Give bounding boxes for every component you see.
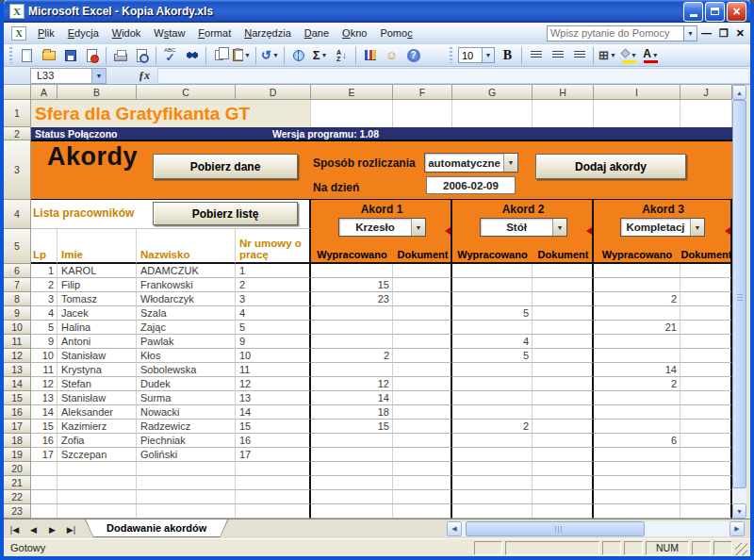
cell-I22[interactable] [594, 490, 680, 504]
cell-D9[interactable]: 4 [236, 306, 311, 321]
cell-F20[interactable] [393, 462, 452, 476]
cell-D7[interactable]: 2 [236, 278, 311, 292]
menu-narzędzia[interactable]: Narzędzia [238, 25, 298, 41]
menu-edycja[interactable]: Edycja [61, 25, 106, 41]
cell-J9[interactable] [680, 306, 732, 321]
maximize-button[interactable] [705, 2, 725, 22]
cell-F17[interactable] [393, 420, 452, 434]
align-left-icon[interactable] [526, 46, 546, 65]
scroll-left-icon[interactable]: ◀ [447, 521, 462, 536]
cell-H17[interactable] [533, 420, 594, 434]
cell-C23[interactable] [137, 504, 236, 519]
row-header-11[interactable]: 11 [4, 335, 31, 349]
row-header-3[interactable]: 3 [4, 140, 31, 200]
cell-J11[interactable] [680, 335, 732, 349]
cell-J23[interactable] [680, 504, 732, 519]
cell-A16[interactable]: 14 [31, 405, 57, 420]
na-dzien-date-field[interactable]: 2006-02-09 [426, 176, 516, 194]
cell-D6[interactable]: 1 [236, 264, 311, 278]
cell-I12[interactable] [594, 349, 680, 363]
cell-B10[interactable]: Halina [57, 321, 137, 335]
cell-F15[interactable] [393, 391, 452, 405]
cell-H7[interactable] [533, 278, 594, 292]
undo-icon[interactable]: ↺▼ [260, 46, 280, 65]
fill-color-icon[interactable]: ▼ [619, 46, 639, 65]
cell-B23[interactable] [57, 504, 137, 519]
cell-B14[interactable]: Stefan [57, 377, 137, 391]
cell-C16[interactable]: Nowacki [137, 405, 236, 420]
first-sheet-button[interactable]: |◀ [7, 522, 23, 536]
cell-E10[interactable] [311, 321, 393, 335]
print-icon[interactable] [110, 46, 130, 65]
row-header-23[interactable]: 23 [4, 504, 31, 519]
cell-E16[interactable]: 18 [311, 405, 393, 420]
workbook-minimize-button[interactable]: — [697, 27, 715, 39]
column-header-C[interactable]: C [137, 85, 236, 100]
paste-icon[interactable]: ▼ [232, 46, 252, 65]
cell-D17[interactable]: 15 [236, 420, 311, 434]
cell-I19[interactable] [594, 448, 680, 462]
cell-A18[interactable]: 16 [31, 434, 57, 448]
cell-H22[interactable] [533, 490, 594, 504]
cell-B19[interactable]: Szczepan [57, 448, 137, 462]
cell-C20[interactable] [137, 462, 236, 476]
menu-pomoc[interactable]: Pomoc [373, 25, 418, 41]
cell-A19[interactable]: 17 [31, 448, 57, 462]
row-header-6[interactable]: 6 [4, 264, 31, 278]
font-size-select[interactable]: 10▼ [458, 47, 495, 63]
cell-D19[interactable]: 17 [236, 448, 311, 462]
cell-D15[interactable]: 13 [236, 391, 311, 405]
insert-function-icon[interactable]: ƒx [139, 69, 150, 83]
row-header-21[interactable]: 21 [4, 476, 31, 490]
cell-I1[interactable] [594, 100, 680, 127]
cell-C19[interactable]: Goliński [137, 448, 236, 462]
cell-J20[interactable] [680, 462, 732, 476]
cell-H12[interactable] [533, 349, 594, 363]
cell-E19[interactable] [311, 448, 393, 462]
menu-dane[interactable]: Dane [298, 25, 336, 41]
toolbar-drag-handle[interactable] [450, 47, 452, 63]
menu-okno[interactable]: Okno [336, 25, 373, 41]
cell-H15[interactable] [533, 391, 594, 405]
cell-J7[interactable] [680, 278, 732, 292]
cell-I13[interactable]: 14 [594, 363, 680, 377]
horizontal-scroll-thumb[interactable] [466, 521, 645, 536]
cell-A11[interactable]: 9 [31, 335, 57, 349]
cell-I7[interactable] [594, 278, 680, 292]
row-header-12[interactable]: 12 [4, 349, 31, 363]
cell-F10[interactable] [393, 321, 452, 335]
cell-C11[interactable]: Pawlak [137, 335, 236, 349]
select-all-corner[interactable] [4, 85, 31, 100]
cell-B15[interactable]: Stanisław [57, 391, 137, 405]
row-header-10[interactable]: 10 [4, 321, 31, 335]
cell-H8[interactable] [533, 292, 594, 306]
cell-G11[interactable]: 4 [452, 335, 533, 349]
cell-E21[interactable] [311, 476, 393, 490]
cell-C15[interactable]: Surma [137, 391, 236, 405]
row-header-17[interactable]: 17 [4, 420, 31, 434]
cell-G17[interactable]: 2 [452, 420, 533, 434]
row-header-14[interactable]: 14 [4, 377, 31, 391]
workbook-restore-button[interactable]: ❐ [715, 27, 732, 40]
minimize-button[interactable] [683, 2, 703, 22]
cell-H9[interactable] [533, 306, 594, 321]
row-header-4[interactable]: 4 [4, 200, 31, 229]
cell-H1[interactable] [533, 100, 594, 127]
font-color-icon[interactable]: A▼ [641, 46, 661, 65]
row-header-22[interactable]: 22 [4, 490, 31, 504]
cell-B11[interactable]: Antoni [57, 335, 137, 349]
cell-B17[interactable]: Kazimierz [57, 420, 137, 434]
dropdown-arrow-icon[interactable]: ▼ [552, 219, 566, 236]
menu-plik[interactable]: Plik [31, 25, 61, 41]
cell-C6[interactable]: ADAMCZUK [137, 264, 236, 278]
row-header-8[interactable]: 8 [4, 292, 31, 306]
cell-F21[interactable] [393, 476, 452, 490]
dropdown-arrow-icon[interactable]: ▼ [503, 154, 517, 172]
cell-F23[interactable] [393, 504, 452, 519]
cell-D11[interactable]: 9 [236, 335, 311, 349]
cell-H16[interactable] [533, 405, 594, 420]
formula-input[interactable] [157, 68, 748, 84]
question-dropdown-icon[interactable]: ▼ [684, 25, 697, 41]
toolbar-drag-handle[interactable] [9, 47, 12, 63]
cell-D13[interactable]: 11 [236, 363, 311, 377]
